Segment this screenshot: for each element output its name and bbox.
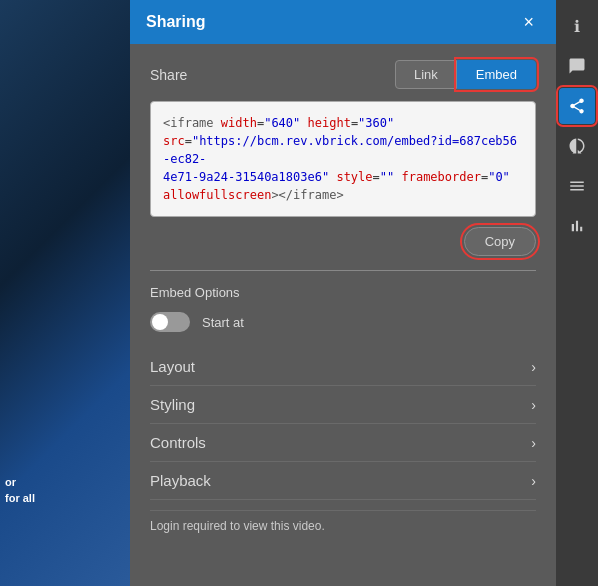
share-icon[interactable]: [559, 88, 595, 124]
layout-label: Layout: [150, 358, 531, 375]
share-label: Share: [150, 67, 187, 83]
controls-accordion[interactable]: Controls ›: [150, 424, 536, 462]
share-row: Share Link Embed: [150, 60, 536, 89]
video-thumbnail: or for all: [0, 0, 130, 586]
list-icon[interactable]: [559, 168, 595, 204]
copy-button[interactable]: Copy: [464, 227, 536, 256]
toggle-knob: [152, 314, 168, 330]
chat-icon[interactable]: [559, 48, 595, 84]
playback-label: Playback: [150, 472, 531, 489]
layout-accordion[interactable]: Layout ›: [150, 348, 536, 386]
modal-body: Share Link Embed <iframe width="640" hei…: [130, 44, 556, 586]
playback-arrow: ›: [531, 473, 536, 489]
divider: [150, 270, 536, 271]
embed-button[interactable]: Embed: [457, 60, 536, 89]
copy-area: Copy: [150, 227, 536, 256]
sharing-modal: Sharing × Share Link Embed <iframe width…: [130, 0, 556, 586]
embed-code-text: <iframe width="640" height="360" src="ht…: [163, 114, 523, 204]
embed-code-box[interactable]: <iframe width="640" height="360" src="ht…: [150, 101, 536, 217]
controls-label: Controls: [150, 434, 531, 451]
analytics-icon[interactable]: [559, 128, 595, 164]
modal-close-button[interactable]: ×: [517, 11, 540, 33]
chart-icon[interactable]: [559, 208, 595, 244]
embed-options-title: Embed Options: [150, 285, 536, 300]
styling-label: Styling: [150, 396, 531, 413]
styling-arrow: ›: [531, 397, 536, 413]
info-icon[interactable]: ℹ: [559, 8, 595, 44]
start-at-label: Start at: [202, 315, 244, 330]
start-at-toggle[interactable]: [150, 312, 190, 332]
layout-arrow: ›: [531, 359, 536, 375]
modal-header: Sharing ×: [130, 0, 556, 44]
modal-title: Sharing: [146, 13, 206, 31]
share-type-buttons: Link Embed: [395, 60, 536, 89]
controls-arrow: ›: [531, 435, 536, 451]
video-preview-background: or for all: [0, 0, 130, 586]
styling-accordion[interactable]: Styling ›: [150, 386, 536, 424]
start-at-toggle-row: Start at: [150, 312, 536, 332]
login-notice: Login required to view this video.: [150, 510, 536, 533]
link-button[interactable]: Link: [395, 60, 457, 89]
video-overlay-text: or for all: [5, 475, 35, 506]
playback-accordion[interactable]: Playback ›: [150, 462, 536, 500]
right-sidebar: ℹ: [556, 0, 598, 586]
